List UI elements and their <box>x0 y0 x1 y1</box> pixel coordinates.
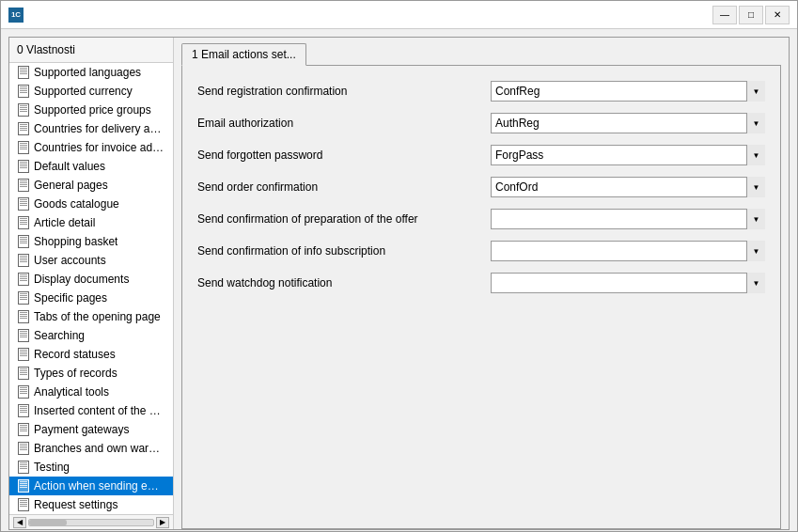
doc-icon-7 <box>17 197 30 211</box>
sidebar-item-13[interactable]: Tabs of the opening page <box>9 307 173 326</box>
sidebar-item-label-3: Countries for delivery addresse <box>34 122 165 135</box>
sidebar-item-6[interactable]: General pages <box>9 176 173 195</box>
sidebar-item-19[interactable]: Payment gateways <box>9 420 173 439</box>
doc-icon-2 <box>17 103 30 117</box>
form-row-1: Email authorizationConfRegAuthRegForgPas… <box>197 113 765 133</box>
sidebar-item-18[interactable]: Inserted content of the sites <box>9 401 173 420</box>
minimize-button[interactable]: — <box>712 6 737 24</box>
maximize-button[interactable]: □ <box>739 6 763 24</box>
select-6[interactable]: ConfRegAuthRegForgPassConfOrd <box>491 273 765 293</box>
sidebar-item-12[interactable]: Specific pages <box>9 289 173 307</box>
sidebar-item-7[interactable]: Goods catalogue <box>9 195 173 213</box>
form-label-6: Send watchdog notification <box>197 276 479 289</box>
title-bar: 1C — □ ✕ <box>1 1 797 29</box>
sidebar-item-14[interactable]: Searching <box>9 326 173 345</box>
sidebar-item-label-0: Supported languages <box>34 66 141 79</box>
form-label-5: Send confirmation of info subscription <box>197 244 479 258</box>
main-panel: 0 Vlastnosti Supported languagesSupporte… <box>8 37 790 530</box>
sidebar-header: 0 Vlastnosti <box>9 38 173 63</box>
select-0[interactable]: ConfRegAuthRegForgPassConfOrd <box>491 81 765 102</box>
sidebar-item-label-15: Record statuses <box>34 348 116 361</box>
form-label-0: Send registration confirmation <box>197 85 479 98</box>
sidebar-item-0[interactable]: Supported languages <box>9 63 173 82</box>
tab-content: Send registration confirmationConfRegAut… <box>181 65 781 529</box>
select-4[interactable]: ConfRegAuthRegForgPassConfOrd <box>491 209 765 229</box>
sidebar-item-16[interactable]: Types of records <box>9 364 173 383</box>
sidebar-item-10[interactable]: User accounts <box>9 251 173 270</box>
sidebar-item-21[interactable]: Testing <box>9 458 173 477</box>
sidebar-item-9[interactable]: Shopping basket <box>9 232 173 251</box>
doc-icon-13 <box>17 310 30 323</box>
doc-icon-11 <box>17 273 30 286</box>
sidebar-item-17[interactable]: Analytical tools <box>9 383 173 401</box>
select-wrapper-4: ConfRegAuthRegForgPassConfOrd▼ <box>491 209 765 229</box>
sidebar-item-label-18: Inserted content of the sites <box>34 404 165 417</box>
close-button[interactable]: ✕ <box>765 6 790 24</box>
form-row-3: Send order confirmationConfRegAuthRegFor… <box>197 177 765 197</box>
sidebar-item-22[interactable]: Action when sending email <box>9 477 173 495</box>
scroll-left-button[interactable]: ◀ <box>13 517 26 528</box>
doc-icon-5 <box>17 160 30 173</box>
sidebar-item-label-14: Searching <box>34 329 85 342</box>
right-panel: 1 Email actions set... Send registration… <box>174 38 789 529</box>
title-bar-left: 1C <box>8 8 23 23</box>
doc-icon-0 <box>17 66 30 79</box>
doc-icon-17 <box>17 385 30 399</box>
doc-icon-3 <box>17 122 30 135</box>
sidebar-item-20[interactable]: Branches and own warehouses <box>9 439 173 458</box>
select-wrapper-3: ConfRegAuthRegForgPassConfOrd▼ <box>491 177 765 197</box>
sidebar-item-15[interactable]: Record statuses <box>9 345 173 364</box>
email-actions-tab[interactable]: 1 Email actions set... <box>181 43 306 66</box>
sidebar-item-label-19: Payment gateways <box>34 423 129 436</box>
sidebar-item-8[interactable]: Article detail <box>9 213 173 232</box>
scroll-track[interactable] <box>28 519 154 526</box>
select-5[interactable]: ConfRegAuthRegForgPassConfOrd <box>491 241 765 261</box>
doc-icon-20 <box>17 442 30 455</box>
select-wrapper-1: ConfRegAuthRegForgPassConfOrd▼ <box>491 113 765 133</box>
scroll-thumb <box>29 520 67 525</box>
doc-icon-23 <box>17 498 30 511</box>
doc-icon-8 <box>17 216 30 229</box>
form-row-2: Send forgotten passwordConfRegAuthRegFor… <box>197 145 765 165</box>
form-row-6: Send watchdog notificationConfRegAuthReg… <box>197 273 765 293</box>
app-icon: 1C <box>8 8 23 23</box>
doc-icon-18 <box>17 404 30 417</box>
form-row-5: Send confirmation of info subscriptionCo… <box>197 241 765 261</box>
doc-icon-16 <box>17 367 30 380</box>
sidebar-list[interactable]: Supported languagesSupported currencySup… <box>9 63 173 514</box>
tab-bar: 1 Email actions set... <box>174 38 789 65</box>
sidebar-item-label-4: Countries for invoice addresse <box>34 141 165 154</box>
form-label-1: Email authorization <box>197 117 479 130</box>
sidebar-item-label-20: Branches and own warehouses <box>34 442 165 455</box>
sidebar-item-11[interactable]: Display documents <box>9 270 173 289</box>
sidebar-item-label-9: Shopping basket <box>34 235 117 248</box>
doc-icon-15 <box>17 348 30 361</box>
sidebar-item-23[interactable]: Request settings <box>9 495 173 514</box>
sidebar-item-2[interactable]: Supported price groups <box>9 101 173 119</box>
doc-icon-1 <box>17 85 30 98</box>
scroll-right-button[interactable]: ▶ <box>156 517 169 528</box>
select-wrapper-5: ConfRegAuthRegForgPassConfOrd▼ <box>491 241 765 261</box>
select-wrapper-2: ConfRegAuthRegForgPassConfOrd▼ <box>491 145 765 165</box>
sidebar-item-label-1: Supported currency <box>34 85 133 98</box>
form-row-4: Send confirmation of preparation of the … <box>197 209 765 229</box>
doc-icon-9 <box>17 235 30 248</box>
sidebar-item-label-7: Goods catalogue <box>34 197 119 211</box>
form-label-3: Send order confirmation <box>197 180 479 194</box>
sidebar-item-label-8: Article detail <box>34 216 95 229</box>
sidebar-item-label-6: General pages <box>34 179 108 192</box>
select-wrapper-6: ConfRegAuthRegForgPassConfOrd▼ <box>491 273 765 293</box>
select-3[interactable]: ConfRegAuthRegForgPassConfOrd <box>491 177 765 197</box>
form-label-4: Send confirmation of preparation of the … <box>197 212 479 226</box>
doc-icon-10 <box>17 254 30 267</box>
sidebar-item-1[interactable]: Supported currency <box>9 82 173 101</box>
sidebar-item-3[interactable]: Countries for delivery addresse <box>9 119 173 138</box>
sidebar-item-4[interactable]: Countries for invoice addresse <box>9 138 173 157</box>
select-1[interactable]: ConfRegAuthRegForgPassConfOrd <box>491 113 765 133</box>
sidebar-item-label-5: Default values <box>34 160 105 173</box>
select-2[interactable]: ConfRegAuthRegForgPassConfOrd <box>491 145 765 165</box>
doc-icon-6 <box>17 179 30 192</box>
sidebar-item-label-23: Request settings <box>34 498 117 511</box>
sidebar-item-label-16: Types of records <box>34 367 117 380</box>
sidebar-item-5[interactable]: Default values <box>9 157 173 176</box>
